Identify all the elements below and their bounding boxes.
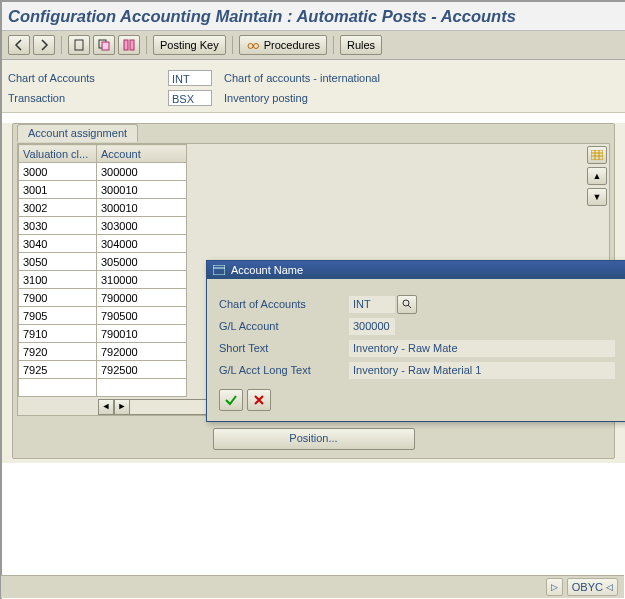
cell-valuation-class[interactable]: 7900 — [19, 289, 97, 307]
coa-label: Chart of Accounts — [8, 72, 168, 84]
svg-point-5 — [248, 44, 253, 49]
popup-short-value[interactable]: Inventory - Raw Mate — [349, 340, 615, 357]
popup-long-label: G/L Acct Long Text — [219, 364, 349, 376]
table-row[interactable]: 7900790000 — [19, 289, 187, 307]
rules-button[interactable]: Rules — [340, 35, 382, 55]
search-help-icon — [402, 299, 412, 309]
window-icon — [213, 265, 225, 275]
table-row[interactable]: 3040304000 — [19, 235, 187, 253]
svg-rect-0 — [75, 40, 83, 50]
cell-valuation-class[interactable] — [19, 379, 97, 397]
table-row[interactable]: 3100310000 — [19, 271, 187, 289]
cell-account[interactable]: 304000 — [97, 235, 187, 253]
cell-valuation-class[interactable]: 3001 — [19, 181, 97, 199]
posting-key-button[interactable]: Posting Key — [153, 35, 226, 55]
table-row[interactable]: 3030303000 — [19, 217, 187, 235]
dialog-titlebar[interactable]: Account Name — [207, 261, 625, 279]
cell-valuation-class[interactable]: 7925 — [19, 361, 97, 379]
new-entries-button[interactable] — [68, 35, 90, 55]
trans-label: Transaction — [8, 92, 168, 104]
cell-account[interactable]: 790500 — [97, 307, 187, 325]
account-assignment-tab[interactable]: Account assignment — [17, 124, 138, 142]
svg-point-6 — [253, 44, 258, 49]
popup-coa-value[interactable]: INT — [349, 296, 395, 313]
cell-account[interactable]: 300010 — [97, 181, 187, 199]
cancel-icon — [253, 394, 265, 406]
cell-account[interactable]: 792500 — [97, 361, 187, 379]
cell-valuation-class[interactable]: 7910 — [19, 325, 97, 343]
position-button[interactable]: Position... — [213, 428, 415, 450]
table-row[interactable]: 7920792000 — [19, 343, 187, 361]
triangle-up-icon: ▲ — [593, 171, 602, 181]
next-button[interactable] — [33, 35, 55, 55]
tcode-chip[interactable]: OBYC ◁ — [567, 578, 618, 596]
svg-rect-2 — [102, 42, 109, 50]
cell-account[interactable]: 792000 — [97, 343, 187, 361]
delimit-button[interactable] — [118, 35, 140, 55]
col-account[interactable]: Account — [97, 145, 187, 163]
cell-account[interactable] — [97, 379, 187, 397]
copy-icon — [97, 38, 111, 52]
check-icon — [224, 393, 238, 407]
copy-button[interactable] — [93, 35, 115, 55]
status-expand-button[interactable]: ▷ — [546, 578, 563, 596]
popup-long-value[interactable]: Inventory - Raw Material 1 — [349, 362, 615, 379]
dialog-ok-button[interactable] — [219, 389, 243, 411]
table-row[interactable]: 3050305000 — [19, 253, 187, 271]
coa-desc: Chart of accounts - international — [224, 72, 380, 84]
prev-button[interactable] — [8, 35, 30, 55]
cell-account[interactable]: 300000 — [97, 163, 187, 181]
cell-valuation-class[interactable]: 3050 — [19, 253, 97, 271]
col-valuation-class[interactable]: Valuation cl... — [19, 145, 97, 163]
cell-valuation-class[interactable]: 3100 — [19, 271, 97, 289]
dialog-title: Account Name — [231, 264, 303, 276]
tcode-value: OBYC — [572, 581, 603, 593]
columns-icon — [122, 38, 136, 52]
grid-scroll-up-button[interactable]: ▲ — [587, 167, 607, 185]
popup-gl-value[interactable]: 300000 — [349, 318, 395, 335]
dialog-cancel-button[interactable] — [247, 389, 271, 411]
popup-coa-label: Chart of Accounts — [219, 298, 349, 310]
cell-account[interactable]: 790010 — [97, 325, 187, 343]
table-row-empty[interactable] — [19, 379, 187, 397]
cell-account[interactable]: 305000 — [97, 253, 187, 271]
cell-account[interactable]: 790000 — [97, 289, 187, 307]
cell-valuation-class[interactable]: 7905 — [19, 307, 97, 325]
arrow-right-icon — [37, 38, 51, 52]
popup-short-label: Short Text — [219, 342, 349, 354]
cell-valuation-class[interactable]: 3002 — [19, 199, 97, 217]
grid-icon — [591, 150, 603, 160]
trans-value: BSX — [168, 90, 212, 106]
svg-rect-7 — [591, 150, 603, 160]
table-row[interactable]: 7910790010 — [19, 325, 187, 343]
grid-scroll-down-button[interactable]: ▼ — [587, 188, 607, 206]
table-row[interactable]: 7905790500 — [19, 307, 187, 325]
triangle-right-icon: ▷ — [551, 582, 558, 592]
svg-rect-3 — [124, 40, 128, 50]
arrow-left-icon — [12, 38, 26, 52]
cell-valuation-class[interactable]: 7920 — [19, 343, 97, 361]
table-row[interactable]: 3000300000 — [19, 163, 187, 181]
page-title: Configuration Accounting Maintain : Auto… — [2, 2, 625, 31]
cell-account[interactable]: 303000 — [97, 217, 187, 235]
popup-gl-label: G/L Account — [219, 320, 349, 332]
cell-valuation-class[interactable]: 3000 — [19, 163, 97, 181]
cell-account[interactable]: 300010 — [97, 199, 187, 217]
table-row[interactable]: 3002300010 — [19, 199, 187, 217]
table-row[interactable]: 3001300010 — [19, 181, 187, 199]
account-assignment-table[interactable]: Valuation cl... Account 3000300000300130… — [18, 144, 187, 397]
cell-valuation-class[interactable]: 3040 — [19, 235, 97, 253]
cell-account[interactable]: 310000 — [97, 271, 187, 289]
f4-help-button[interactable] — [397, 295, 417, 314]
hscroll-left-icon[interactable]: ◄ — [98, 399, 114, 415]
status-bar: ▷ OBYC ◁ — [1, 575, 624, 598]
table-row[interactable]: 7925792500 — [19, 361, 187, 379]
app-toolbar: Posting Key Procedures Rules — [2, 31, 625, 60]
cell-valuation-class[interactable]: 3030 — [19, 217, 97, 235]
procedures-button[interactable]: Procedures — [239, 35, 327, 55]
grid-layout-button[interactable] — [587, 146, 607, 164]
hscroll-step-right-icon[interactable]: ► — [114, 399, 130, 415]
account-name-dialog: Account Name Chart of Accounts INT G/L A… — [206, 260, 625, 422]
triangle-left-icon: ◁ — [606, 582, 613, 592]
svg-rect-4 — [130, 40, 134, 50]
